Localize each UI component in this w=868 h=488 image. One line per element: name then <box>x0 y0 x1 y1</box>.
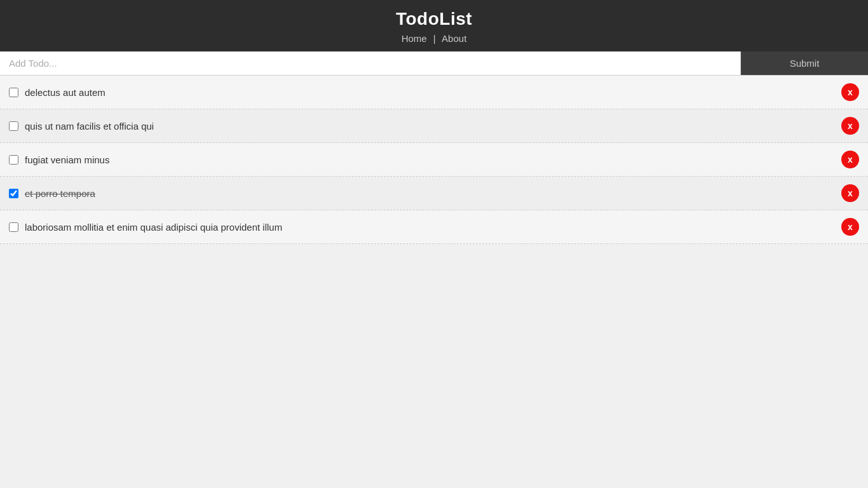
todo-list: delectus aut autemxquis ut nam facilis e… <box>0 76 868 244</box>
nav-bar: Home | About <box>0 33 868 44</box>
todo-input[interactable] <box>0 51 741 75</box>
nav-home-link[interactable]: Home <box>402 33 427 44</box>
todo-checkbox[interactable] <box>9 189 18 198</box>
todo-item: fugiat veniam minusx <box>0 143 868 177</box>
todo-text: fugiat veniam minus <box>25 154 841 165</box>
todo-item: et porro temporax <box>0 177 868 210</box>
delete-todo-button[interactable]: x <box>841 117 859 135</box>
todo-text: quis ut nam facilis et officia qui <box>25 121 841 132</box>
submit-button[interactable]: Submit <box>741 51 868 75</box>
todo-item: delectus aut autemx <box>0 76 868 109</box>
nav-about-link[interactable]: About <box>442 33 466 44</box>
delete-todo-button[interactable]: x <box>841 151 859 168</box>
delete-todo-button[interactable]: x <box>841 83 859 101</box>
todo-text: laboriosam mollitia et enim quasi adipis… <box>25 222 841 233</box>
todo-checkbox[interactable] <box>9 222 18 232</box>
todo-text: delectus aut autem <box>25 87 841 98</box>
app-header: TodoList Home | About <box>0 0 868 51</box>
nav-separator: | <box>433 33 436 44</box>
delete-todo-button[interactable]: x <box>841 184 859 202</box>
add-todo-row: Submit <box>0 51 868 76</box>
todo-checkbox[interactable] <box>9 121 18 131</box>
app-title: TodoList <box>0 9 868 29</box>
todo-item: laboriosam mollitia et enim quasi adipis… <box>0 210 868 244</box>
todo-checkbox[interactable] <box>9 88 18 97</box>
todo-checkbox[interactable] <box>9 155 18 165</box>
todo-item: quis ut nam facilis et officia quix <box>0 109 868 143</box>
delete-todo-button[interactable]: x <box>841 218 859 236</box>
todo-text: et porro tempora <box>25 188 841 199</box>
